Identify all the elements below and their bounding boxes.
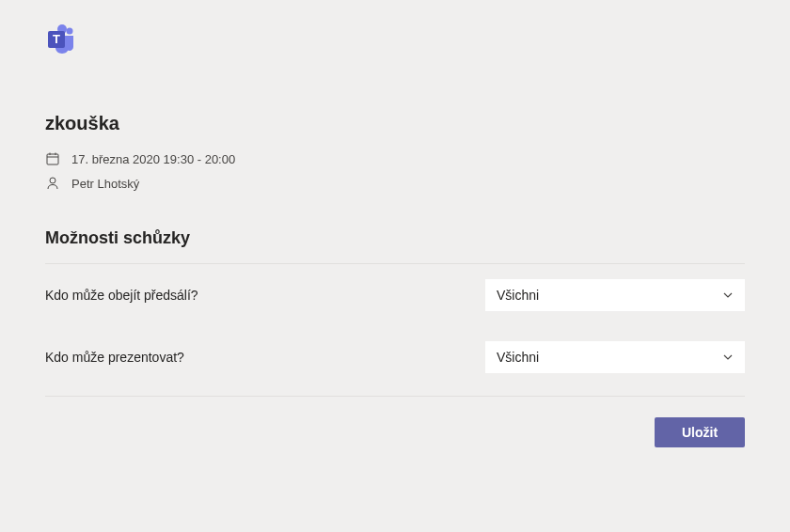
person-icon bbox=[45, 176, 60, 191]
who-can-present-value: Všichni bbox=[497, 350, 539, 365]
who-can-present-dropdown[interactable]: Všichni bbox=[485, 341, 745, 373]
options-heading: Možnosti schůzky bbox=[45, 228, 745, 248]
svg-point-0 bbox=[67, 28, 73, 35]
svg-point-8 bbox=[50, 178, 55, 183]
svg-rect-4 bbox=[47, 154, 58, 164]
who-can-present-row: Kdo může prezentovat? Všichni bbox=[45, 326, 745, 388]
calendar-icon bbox=[45, 151, 60, 166]
meeting-datetime-row: 17. března 2020 19:30 - 20:00 bbox=[45, 151, 745, 166]
chevron-down-icon bbox=[722, 352, 734, 363]
meeting-organizer: Petr Lhotský bbox=[71, 177, 139, 191]
teams-icon: T bbox=[45, 23, 79, 56]
svg-text:T: T bbox=[53, 32, 60, 46]
who-can-present-label: Kdo může prezentovat? bbox=[45, 350, 184, 365]
meeting-organizer-row: Petr Lhotský bbox=[45, 176, 745, 191]
chevron-down-icon bbox=[722, 289, 734, 301]
meeting-info: 17. března 2020 19:30 - 20:00 Petr Lhots… bbox=[45, 151, 745, 191]
lobby-bypass-value: Všichni bbox=[497, 288, 539, 303]
footer: Uložit bbox=[45, 396, 745, 447]
lobby-bypass-dropdown[interactable]: Všichni bbox=[485, 279, 745, 311]
teams-logo: T bbox=[45, 23, 745, 60]
meeting-datetime: 17. března 2020 19:30 - 20:00 bbox=[71, 152, 235, 166]
lobby-bypass-label: Kdo může obejít předsálí? bbox=[45, 288, 198, 303]
save-button[interactable]: Uložit bbox=[655, 417, 745, 447]
lobby-bypass-row: Kdo může obejít předsálí? Všichni bbox=[45, 264, 745, 326]
meeting-title: zkouška bbox=[45, 113, 745, 134]
